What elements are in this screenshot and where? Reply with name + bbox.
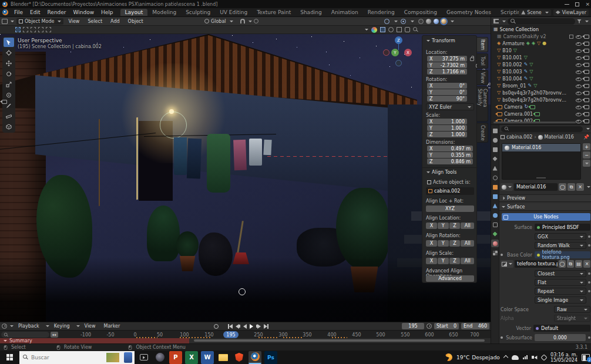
workspace-tab-compositing[interactable]: Compositing [399, 9, 442, 16]
viewport-menu-object[interactable]: Object [125, 19, 147, 24]
clock-icon[interactable] [427, 323, 432, 329]
outliner-scrollbar[interactable] [493, 122, 576, 123]
n-panel-tab-create[interactable]: Create [477, 123, 488, 143]
start-button[interactable] [2, 351, 16, 364]
workspace-tab-uv-editing[interactable]: UV Editing [215, 9, 252, 16]
volume-icon[interactable] [532, 355, 538, 360]
timeline-editor-icon[interactable] [2, 323, 7, 329]
tool-move[interactable] [4, 59, 14, 68]
location-y-field[interactable]: Y-2.7302 m [427, 62, 467, 68]
world-opacity-icon[interactable] [388, 27, 394, 32]
select-mode-extend-icon[interactable] [23, 27, 28, 32]
taskbar-app-word[interactable]: W [201, 351, 214, 364]
scene-selector[interactable]: Scene [519, 9, 550, 16]
hide-icon[interactable] [576, 97, 582, 103]
workspace-tab-shading[interactable]: Shading [296, 9, 327, 16]
n-panel-tab-view[interactable]: View [477, 70, 488, 85]
outliner-row[interactable]: ▽ B10.002 ✎ ▽ [491, 61, 591, 68]
render-visibility-icon[interactable] [584, 98, 589, 102]
select-mode-subtract-icon[interactable] [31, 27, 36, 32]
image-fake-user-button[interactable]: ◯ [559, 260, 566, 268]
snap-magnet-icon[interactable] [240, 19, 245, 23]
align-rotation-y-button[interactable]: Y [438, 240, 449, 247]
hide-icon[interactable] [576, 69, 582, 75]
scale-x-field[interactable]: X1.000 [427, 119, 467, 124]
gizmo-x-axis[interactable]: X [404, 49, 412, 56]
viewport-camera-view-icon[interactable] [2, 100, 7, 104]
gizmo-y-axis[interactable]: Y [391, 49, 399, 56]
onedrive-icon[interactable] [512, 355, 519, 360]
material-slot-row[interactable]: Material.016 [502, 144, 580, 151]
align-scale-all-button[interactable]: All [461, 258, 474, 264]
outliner-editor-icon[interactable] [493, 19, 499, 23]
outliner-row[interactable]: Camera ↻ [491, 103, 591, 110]
render-visibility-icon[interactable] [584, 70, 589, 74]
properties-options-caret[interactable] [586, 128, 590, 130]
prev-keyframe-button[interactable] [236, 324, 240, 329]
properties-tab-scene[interactable] [491, 164, 499, 172]
render-visibility-icon[interactable] [584, 35, 589, 39]
timeline-h-scrollbar[interactable] [194, 339, 485, 342]
align-scale-x-button[interactable]: X [426, 258, 437, 264]
taskbar-app-game[interactable] [153, 351, 166, 364]
viewport-search-icon[interactable] [413, 27, 418, 32]
mode-selector[interactable]: Object Mode [16, 18, 63, 25]
n-panel-tab-tool[interactable]: Tool [477, 53, 488, 69]
taskbar-app-photoshop[interactable]: Ps [264, 351, 277, 364]
taskbar-search[interactable] [19, 351, 135, 364]
n-panel-tab-camera-shakify[interactable]: Camera Shakify [477, 86, 488, 122]
gizmo-z-axis[interactable]: Z [395, 36, 402, 44]
viewport-menu-add[interactable]: Add [107, 19, 123, 24]
timeline-menu-marker[interactable]: Marker [100, 323, 124, 329]
workspace-tab-sculpting[interactable]: Sculpting [181, 9, 215, 16]
play-button[interactable] [250, 324, 253, 329]
timeline-menu-view[interactable]: View [81, 323, 99, 329]
network-icon[interactable] [523, 355, 528, 359]
breadcrumb-material[interactable]: Material.016 [545, 134, 574, 140]
navigation-gizmo[interactable]: Z Y X [383, 36, 414, 67]
tray-expand-icon[interactable] [503, 355, 508, 359]
color-space-dropdown[interactable]: Raw [554, 306, 590, 313]
subsurface-method-dropdown[interactable]: Random Walk [535, 242, 586, 249]
workspace-tab-rendering[interactable]: Rendering [363, 9, 399, 16]
shading-wireframe-icon[interactable] [418, 19, 424, 24]
extension-dropdown[interactable]: Repeat [535, 288, 586, 295]
filter-toggle-button[interactable]: ↔ [51, 332, 58, 338]
hide-icon[interactable] [576, 105, 582, 110]
align-rotation-x-button[interactable]: X [426, 240, 437, 247]
tool-scale[interactable] [4, 80, 14, 89]
align-location-z-button[interactable]: Z [449, 223, 461, 229]
surface-shader-field[interactable]: Principled BSDF [535, 224, 590, 231]
current-frame-field[interactable]: 195 [402, 323, 424, 329]
render-visibility-icon[interactable] [584, 84, 589, 88]
outliner-search-input[interactable] [508, 18, 575, 25]
outliner-row[interactable]: ▽ bs0qv4q3r7g2h07brovnvhmtij-7eb80c3 [491, 96, 591, 103]
shading-rendered-icon[interactable] [441, 19, 446, 24]
blender-menu-icon[interactable] [2, 9, 8, 15]
select-mode-invert-icon[interactable] [38, 27, 43, 32]
taskbar-app-powerpoint[interactable]: P [169, 351, 182, 364]
hide-icon[interactable] [576, 90, 582, 96]
outliner-row[interactable]: Camera.002 [491, 117, 591, 124]
expand-dot[interactable] [501, 254, 503, 256]
auto-key-button[interactable] [214, 324, 219, 329]
lighting-toggle-icon[interactable] [380, 27, 385, 32]
menu-edit[interactable]: Edit [26, 9, 43, 15]
gizmo-toggle-icon[interactable] [384, 19, 389, 24]
next-keyframe-button[interactable] [256, 324, 261, 329]
properties-tab-view-layer[interactable] [491, 155, 499, 163]
clock-tray[interactable]: 03:16 a. m.15/05/2024 [550, 352, 577, 363]
outliner-row[interactable]: ▽ bs0qv4q3r7g2h07brovnvhmtij-7eb80c3 [491, 89, 591, 96]
projection-dropdown[interactable]: Flat [535, 279, 586, 286]
subsurface-slider[interactable]: 0.000 [535, 334, 586, 341]
jump-to-start-button[interactable] [228, 324, 233, 329]
dimensions-y-field[interactable]: Y0.355 m [427, 152, 473, 158]
menu-render[interactable]: Render [44, 9, 70, 15]
workspace-tab-layout[interactable]: Layout [120, 9, 148, 16]
overlays-toggle-icon[interactable] [401, 19, 406, 24]
align-location-y-button[interactable]: Y [438, 223, 449, 229]
image-browse-button[interactable] [501, 260, 513, 268]
distribution-dropdown[interactable]: GGX [535, 233, 586, 240]
transform-panel-header[interactable]: Transform [425, 38, 455, 43]
hide-icon[interactable] [576, 62, 582, 68]
